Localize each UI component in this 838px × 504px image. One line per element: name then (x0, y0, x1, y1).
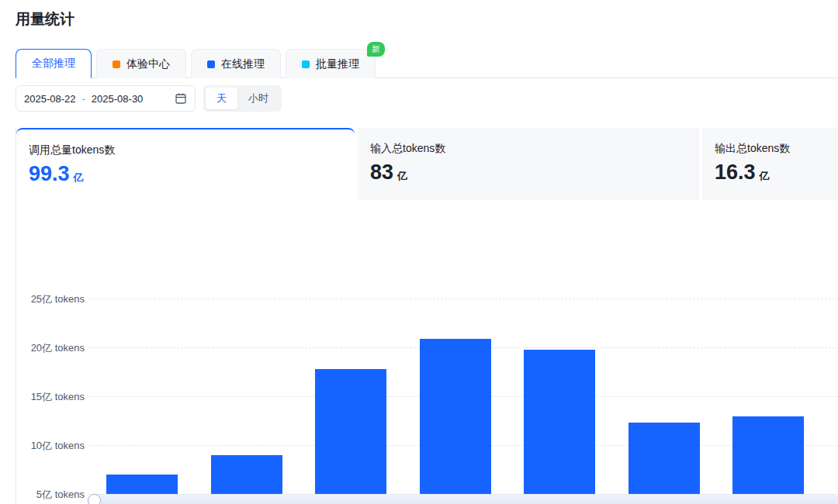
data-zoom-scrollbar[interactable] (88, 494, 838, 504)
stat-card-total-tokens[interactable]: 调用总量tokens数99.3亿 (16, 128, 355, 200)
granularity-option-day[interactable]: 天 (206, 88, 237, 109)
y-axis-tick-label: 5亿 tokens (16, 488, 85, 502)
stat-card-unit: 亿 (397, 170, 407, 181)
bar-08/24[interactable] (315, 369, 386, 504)
stat-card-label: 调用总量tokens数 (29, 143, 355, 157)
granularity-toggle: 天小时 (203, 85, 282, 112)
inference-tabbar: 全部推理体验中心在线推理批量推理新 (16, 48, 838, 78)
new-badge: 新 (367, 42, 385, 57)
tab-batch-inference[interactable]: 批量推理新 (286, 49, 376, 78)
date-start[interactable]: 2025-08-22 (24, 93, 76, 105)
stat-card-unit: 亿 (760, 170, 770, 181)
bar-08/25[interactable] (420, 339, 491, 504)
y-axis-tick-label: 20亿 tokens (16, 341, 85, 355)
granularity-option-hour[interactable]: 小时 (237, 88, 279, 109)
stat-card-number: 99.3 (29, 162, 70, 185)
bar-08/28[interactable] (732, 416, 804, 504)
tab-label: 批量推理 (316, 57, 359, 71)
stat-card-input-tokens[interactable]: 输入总tokens数83亿 (358, 128, 699, 200)
tab-color-square-icon (207, 60, 215, 68)
stat-card-label: 输出总tokens数 (715, 142, 838, 156)
stat-card-number: 83 (370, 161, 393, 184)
stat-card-label: 输入总tokens数 (370, 142, 699, 156)
stat-card-number: 16.3 (715, 161, 756, 184)
tab-label: 在线推理 (221, 57, 265, 71)
calendar-icon[interactable] (175, 92, 187, 105)
date-end[interactable]: 2025-08-30 (92, 93, 144, 105)
tab-color-square-icon (113, 60, 120, 68)
tab-online-inference[interactable]: 在线推理 (191, 49, 281, 78)
date-separator: - (82, 93, 85, 105)
tab-all-inference[interactable]: 全部推理 (16, 49, 92, 78)
filter-row: 2025-08-22 - 2025-08-30 天小时 (16, 85, 282, 112)
tab-experience-center[interactable]: 体验中心 (96, 49, 186, 78)
tab-color-square-icon (302, 60, 310, 68)
tab-label: 全部推理 (32, 57, 75, 71)
tokens-bar-chart: 0 tokens5亿 tokens10亿 tokens15亿 tokens20亿… (16, 200, 838, 504)
y-axis-tick-label: 25亿 tokens (16, 292, 85, 306)
date-range-picker[interactable]: 2025-08-22 - 2025-08-30 (16, 85, 196, 112)
tab-label: 体验中心 (126, 57, 170, 71)
stat-card-value: 16.3亿 (715, 161, 838, 185)
stat-card-output-tokens[interactable]: 输出总tokens数16.3亿 (702, 128, 838, 200)
stats-panel: 调用总量tokens数99.3亿输入总tokens数83亿输出总tokens数1… (16, 128, 838, 504)
grid-line (88, 299, 838, 299)
bar-08/27[interactable] (628, 423, 700, 504)
data-zoom-handle[interactable] (88, 494, 101, 504)
page-title: 用量统计 (16, 9, 74, 29)
stat-card-value: 99.3亿 (29, 162, 355, 186)
usage-stats-page: 用量统计 全部推理体验中心在线推理批量推理新 2025-08-22 - 2025… (0, 0, 838, 504)
stat-card-value: 83亿 (370, 161, 699, 185)
bar-08/26[interactable] (524, 350, 595, 504)
y-axis-tick-label: 10亿 tokens (16, 439, 85, 453)
y-axis-tick-label: 15亿 tokens (16, 390, 85, 404)
stat-card-unit: 亿 (74, 171, 84, 183)
